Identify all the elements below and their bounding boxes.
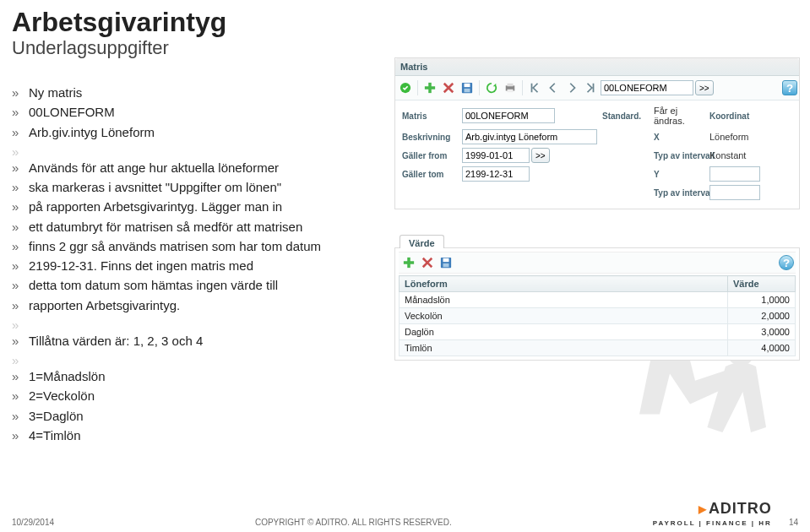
table-row[interactable]: Veckolön2,0000 <box>400 308 796 324</box>
last-icon[interactable] <box>582 79 599 96</box>
prev-icon[interactable] <box>545 79 562 96</box>
list-item: ska markeras i avsnittet "Uppgifter om l… <box>12 179 383 196</box>
matris-field[interactable] <box>462 108 555 123</box>
page-title: Arbetsgivarintyg <box>12 7 226 38</box>
cell-name: Veckolön <box>400 308 728 324</box>
list-item: 2=Veckolön <box>12 388 383 404</box>
x-value: Löneform <box>709 132 792 142</box>
standard-value: Får ej ändras. <box>654 106 704 126</box>
beskrivning-label: Beskrivning <box>402 133 457 142</box>
aditro-logo: ▶ ADITRO PAYROLL | FINANCE | HR <box>653 500 772 527</box>
next-icon[interactable] <box>563 79 580 96</box>
delete-icon[interactable] <box>440 79 457 96</box>
separator-icon <box>479 80 480 95</box>
logo-text: ADITRO <box>709 500 772 518</box>
varde-table: Löneform Värde Månadslön1,0000 Veckolön2… <box>399 275 796 356</box>
first-icon[interactable] <box>526 79 543 96</box>
page-number: 14 <box>789 518 798 527</box>
list-item <box>12 144 383 157</box>
bullet-list: Ny matris 00LONEFORM Arb.giv.intyg Lönef… <box>12 84 383 447</box>
list-item: Tillåtna värden är: 1, 2, 3 och 4 <box>12 333 383 350</box>
galler-from-field[interactable] <box>462 148 530 163</box>
list-item: 3=Daglön <box>12 408 383 425</box>
list-item: 1=Månadslön <box>12 368 383 385</box>
save-icon[interactable] <box>438 254 454 271</box>
list-item: rapporten Arbetsgivarintyg. <box>12 297 383 314</box>
col-loneform[interactable]: Löneform <box>400 276 728 292</box>
typ-av-intervall-label: Typ av intervall <box>654 151 704 160</box>
cell-name: Månadslön <box>400 292 728 308</box>
galler-tom-label: Gäller tom <box>402 170 457 179</box>
add-icon[interactable] <box>400 254 417 271</box>
logo-arrow-icon: ▶ <box>699 503 706 515</box>
help-icon[interactable]: ? <box>782 80 797 95</box>
table-row[interactable]: Daglön3,0000 <box>400 324 796 340</box>
reload-icon[interactable] <box>397 79 414 96</box>
list-item: Används för att ange hur aktuella lönefo… <box>12 160 383 176</box>
separator-icon <box>417 80 418 95</box>
separator-icon <box>522 80 523 95</box>
logo-tagline: PAYROLL | FINANCE | HR <box>653 519 772 527</box>
print-icon[interactable] <box>502 79 519 96</box>
cell-val: 4,0000 <box>728 340 796 356</box>
svg-rect-7 <box>508 84 514 87</box>
svg-rect-10 <box>404 261 414 264</box>
lookup-input[interactable] <box>601 80 693 95</box>
cell-name: Timlön <box>400 340 728 356</box>
list-item: finns 2 ggr så används matrisen som har … <box>12 238 383 255</box>
date-go-button[interactable]: >> <box>531 148 550 163</box>
cell-val: 3,0000 <box>728 324 796 340</box>
page-subtitle: Underlagsuppgifter <box>12 37 169 59</box>
list-item: detta tom datum som hämtas ingen värde t… <box>12 277 383 294</box>
list-item: 00LONEFORM <box>12 104 383 121</box>
typ-av-intervall2-label: Typ av intervall <box>654 188 704 198</box>
list-item: Arb.giv.intyg Löneform <box>12 124 383 141</box>
list-item <box>12 317 383 330</box>
svg-rect-4 <box>465 84 470 87</box>
cell-val: 1,0000 <box>728 292 796 308</box>
galler-from-label: Gäller from <box>402 151 457 160</box>
y-field[interactable] <box>709 166 760 182</box>
typ-av-intervall-value: Konstant <box>709 150 792 160</box>
x-label: X <box>654 133 704 142</box>
form-grid: Matris Standard. Får ej ändras. Koordina… <box>395 100 799 209</box>
table-row[interactable]: Timlön4,0000 <box>400 340 796 356</box>
footer: 10/29/2014 COPYRIGHT © ADITRO. ALL RIGHT… <box>0 500 810 527</box>
cell-val: 2,0000 <box>728 308 796 324</box>
list-item <box>12 352 383 366</box>
go-button[interactable]: >> <box>695 80 714 95</box>
refresh-icon[interactable] <box>483 79 500 96</box>
galler-tom-field[interactable] <box>462 166 530 182</box>
y-label: Y <box>654 170 704 179</box>
footer-date: 10/29/2014 <box>12 518 54 527</box>
panel-header: Matris <box>395 58 799 76</box>
koordinat-label: Koordinat <box>709 111 792 121</box>
svg-rect-12 <box>443 258 449 262</box>
list-item: ett datumbryt för matrisen så medför att… <box>12 219 383 236</box>
footer-copyright: COPYRIGHT © ADITRO. ALL RIGHTS RESERVED. <box>255 518 452 527</box>
delete-icon[interactable] <box>419 254 436 271</box>
beskrivning-field[interactable] <box>462 129 597 144</box>
list-item: Ny matris <box>12 84 383 101</box>
svg-rect-5 <box>465 89 470 92</box>
list-item: på rapporten Arbetsgivarintyg. Lägger ma… <box>12 198 383 215</box>
add-icon[interactable] <box>421 79 438 96</box>
varde-section: Värde ? Löneform Värde Månadslön1 <box>394 235 800 361</box>
list-item: 2199-12-31. Finns det ingen matris med <box>12 258 383 274</box>
svg-rect-8 <box>508 90 514 93</box>
save-icon[interactable] <box>459 79 476 96</box>
svg-rect-2 <box>425 86 435 90</box>
standard-label: Standard. <box>602 111 649 121</box>
typ-av-intervall2-field[interactable] <box>709 185 760 200</box>
panel-toolbar: >> ? <box>395 76 799 100</box>
svg-rect-13 <box>443 263 449 267</box>
col-varde[interactable]: Värde <box>728 276 796 292</box>
matris-label: Matris <box>402 111 457 121</box>
cell-name: Daglön <box>400 324 728 340</box>
list-item: 4=Timlön <box>12 427 383 444</box>
help-icon[interactable]: ? <box>779 255 794 270</box>
matris-panel: Matris <box>394 57 800 209</box>
tab-varde[interactable]: Värde <box>400 235 444 248</box>
table-row[interactable]: Månadslön1,0000 <box>400 292 796 308</box>
